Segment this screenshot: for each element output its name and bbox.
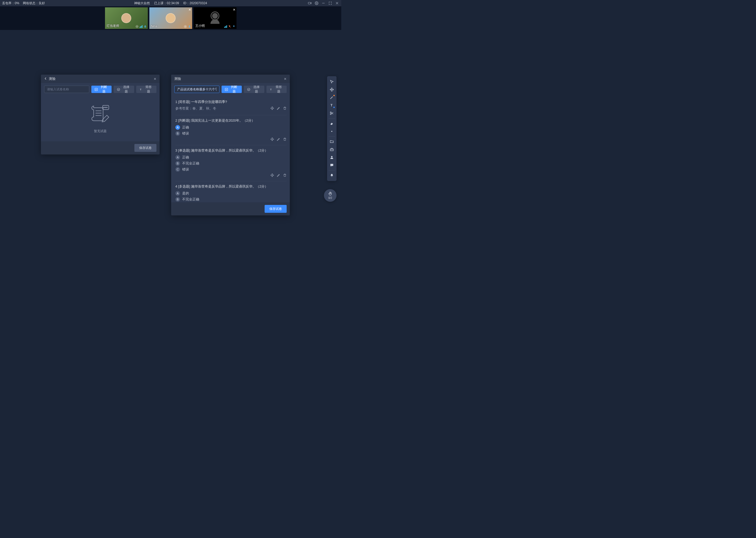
option-letter[interactable]: A [175,191,180,196]
hand-icon [328,191,333,196]
delete-icon[interactable] [283,173,287,178]
delete-icon[interactable] [283,106,287,110]
edit-icon[interactable] [277,173,280,178]
camera-indicator-icon [184,25,187,28]
packet-loss: 丢包率：0% [2,1,19,6]
settings-icon[interactable] [314,1,319,5]
camera-indicator-icon [135,25,139,28]
move-icon[interactable] [270,106,274,110]
close-window-icon[interactable] [335,1,339,5]
close-icon[interactable]: ✕ [284,77,287,81]
maximize-icon[interactable] [328,1,332,5]
course-name: 神秘大自然 [134,1,150,6]
mic-off-icon [228,25,231,28]
signal-icon [140,25,143,28]
signal-icon [224,25,227,28]
option-text: 错误 [182,131,189,136]
save-quiz-button[interactable]: 保存试卷 [134,144,157,152]
option-text: 不完全正确 [182,197,199,202]
mic-on-icon [232,25,235,28]
session-id: ID：2020070324 [183,1,207,6]
save-quiz-button[interactable]: 保存试卷 [264,205,287,213]
option-letter[interactable]: A [175,155,180,160]
svg-point-27 [248,88,250,91]
empty-quiz-icon [88,104,112,126]
side-toolbar: T [327,76,337,181]
short-answer-button[interactable]: T 简答题 [136,86,157,93]
toolbox-icon[interactable] [328,145,336,153]
option-text: 错误 [182,167,189,172]
option-letter[interactable]: C [175,167,180,172]
person-icon[interactable] [328,153,336,161]
video-tile-student-1[interactable]: ✕ Nina [149,7,192,29]
svg-rect-15 [233,26,234,27]
judge-question-button[interactable]: 判断题 [221,86,242,93]
elapsed-time: 已上课：02:34:09 [154,1,179,6]
judge-question-button[interactable]: 判断题 [91,86,112,93]
choice-question-button[interactable]: 选择题 [244,86,264,93]
camera-off-icon [208,11,222,25]
eraser-tool-icon[interactable] [328,120,336,128]
question-item: 1 [简答题] 一年四季分别是哪四季? 参考答案：春、夏、秋、冬 [175,97,287,115]
svg-rect-0 [308,2,310,4]
svg-rect-16 [95,88,98,91]
quiz-name-input[interactable] [44,86,89,93]
option-text: 正确 [182,125,189,130]
panel-title: 测验 [49,77,56,81]
svg-point-11 [212,13,218,19]
video-close-icon[interactable]: ✕ [188,8,191,12]
mic-on-icon [144,25,147,28]
question-item: 2 [判断题] 我国宪法上一次更新是在2020年。（2分） A正确 B错误 [175,115,287,145]
video-close-icon[interactable]: ✕ [233,8,235,12]
delete-icon[interactable] [283,137,287,142]
svg-text:T: T [330,103,333,107]
option-text: 正确 [182,155,189,160]
video-tile-teacher[interactable]: 叮当老师 [105,7,148,29]
short-answer-button[interactable]: T 简答题 [266,86,287,93]
close-icon[interactable]: ✕ [154,77,157,81]
svg-point-24 [105,107,106,108]
svg-point-9 [185,26,186,27]
panel-title: 测验 [174,77,181,81]
laser-tool-icon[interactable] [328,128,336,135]
question-list[interactable]: 1 [简答题] 一年四季分别是哪四季? 参考答案：春、夏、秋、冬 2 [判断题]… [171,96,290,202]
svg-point-23 [104,107,105,108]
quiz-panel-filled: 测验 ✕ 判断题 选择题 T 简答题 1 [简答题] 一年四季分别是哪四季? 参 [171,75,290,215]
folder-icon[interactable] [328,138,336,145]
move-icon[interactable] [270,137,274,142]
pen-tool-icon[interactable] [328,93,336,101]
edit-icon[interactable] [277,137,280,142]
option-letter[interactable]: A [175,125,180,130]
scissors-tool-icon[interactable] [328,109,336,117]
video-name-label: Nina [151,25,158,28]
edit-icon[interactable] [277,106,280,110]
move-icon[interactable] [270,173,274,178]
option-letter[interactable]: B [175,131,180,136]
option-letter[interactable]: B [175,161,180,166]
back-icon[interactable] [44,77,47,81]
text-tool-icon[interactable]: T [328,101,336,109]
video-name-label: 王小明 [195,24,205,28]
video-tile-student-2[interactable]: ✕ 王小明 [194,7,237,29]
minimize-icon[interactable] [321,1,325,5]
question-item: 4 [多选题] 施华洛世奇是反华品牌，所以梁鼎琪反华。（2分） A是的 B不完全… [175,181,287,202]
choice-question-button[interactable]: 选择题 [114,86,134,93]
svg-rect-10 [189,26,190,27]
svg-point-17 [117,88,120,91]
network-status: 网络状态：良好 [23,1,45,6]
option-text: 不完全正确 [182,161,199,166]
option-letter[interactable]: B [175,197,180,202]
move-tool-icon[interactable] [328,86,336,93]
top-bar: 丢包率：0% 网络状态：良好 神秘大自然 已上课：02:34:09 ID：202… [0,0,341,6]
hand-raise-count: 0/2 [328,196,332,199]
pointer-tool-icon[interactable] [328,78,336,86]
chat-icon[interactable] [328,161,336,169]
quiz-panel-empty: 测验 ✕ 判断题 选择题 T 简答题 暂无试题 保存试卷 [41,75,160,154]
bell-icon[interactable] [328,172,336,180]
quiz-name-input[interactable] [174,86,219,93]
svg-rect-7 [145,26,145,27]
video-name-label: 叮当老师 [107,24,119,28]
svg-rect-26 [225,88,228,91]
hand-raise-button[interactable]: 0/2 [324,189,337,202]
camera-icon[interactable] [307,1,312,5]
